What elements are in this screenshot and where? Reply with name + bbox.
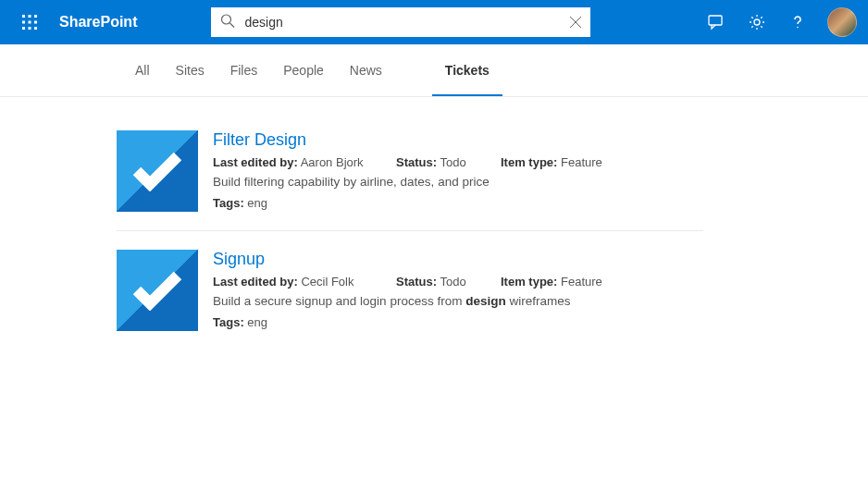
tab-news[interactable]: News: [337, 44, 395, 96]
help-icon: [788, 13, 807, 31]
result-title[interactable]: Signup: [213, 250, 703, 269]
gear-icon: [748, 13, 766, 31]
svg-point-14: [754, 19, 760, 25]
result-tags: Tags: eng: [213, 315, 703, 329]
result-thumbnail: [117, 130, 198, 212]
tab-people[interactable]: People: [270, 44, 337, 96]
result-meta: Last edited by: Cecil Folk Status: Todo …: [213, 275, 703, 289]
chat-icon: [707, 13, 725, 31]
waffle-icon: [22, 15, 37, 30]
svg-rect-8: [34, 27, 37, 30]
svg-rect-0: [22, 15, 25, 18]
search-tabs-bar: All Sites Files People News Tickets: [0, 44, 868, 97]
user-avatar[interactable]: [827, 7, 857, 37]
result-item: Signup Last edited by: Cecil Folk Status…: [117, 230, 703, 350]
svg-rect-2: [34, 15, 37, 18]
clear-search-button[interactable]: [561, 7, 590, 37]
meta-author: Last edited by: Aaron Bjork: [213, 155, 396, 169]
meta-status: Status: Todo: [396, 275, 501, 289]
svg-point-15: [797, 27, 799, 29]
settings-button[interactable]: [738, 0, 775, 44]
svg-rect-13: [709, 16, 722, 25]
chat-button[interactable]: [698, 0, 735, 44]
meta-type: Item type: Feature: [501, 275, 602, 289]
tab-sites[interactable]: Sites: [163, 44, 217, 96]
app-launcher-button[interactable]: [7, 0, 52, 44]
svg-rect-7: [29, 27, 31, 30]
result-description: Build a secure signup and login process …: [213, 294, 703, 308]
svg-rect-4: [29, 21, 31, 24]
help-button[interactable]: [779, 0, 816, 44]
meta-type: Item type: Feature: [501, 155, 602, 169]
result-body: Filter Design Last edited by: Aaron Bjor…: [213, 130, 703, 212]
svg-rect-1: [29, 15, 31, 18]
result-body: Signup Last edited by: Cecil Folk Status…: [213, 250, 703, 331]
meta-author: Last edited by: Cecil Folk: [213, 275, 396, 289]
result-meta: Last edited by: Aaron Bjork Status: Todo…: [213, 155, 703, 169]
search-input[interactable]: [211, 7, 590, 37]
svg-rect-6: [22, 27, 25, 30]
search-results: Filter Design Last edited by: Aaron Bjor…: [0, 97, 703, 350]
search-tabs: All Sites Files People News Tickets: [0, 44, 868, 96]
svg-line-10: [230, 23, 235, 28]
app-header: SharePoint: [0, 0, 868, 44]
search-icon: [220, 14, 235, 31]
result-title[interactable]: Filter Design: [213, 130, 703, 150]
header-actions: [698, 0, 861, 44]
checkmark-icon: [131, 270, 183, 311]
tab-tickets[interactable]: Tickets: [432, 44, 502, 96]
svg-point-9: [222, 15, 231, 24]
tab-files[interactable]: Files: [217, 44, 271, 96]
result-item: Filter Design Last edited by: Aaron Bjor…: [117, 130, 703, 230]
result-thumbnail: [117, 250, 198, 331]
result-tags: Tags: eng: [213, 196, 703, 210]
svg-rect-5: [34, 21, 37, 24]
tab-all[interactable]: All: [122, 44, 163, 96]
checkmark-icon: [131, 151, 183, 191]
close-icon: [569, 16, 582, 29]
result-description: Build filtering capability by airline, d…: [213, 175, 703, 189]
brand-label[interactable]: SharePoint: [59, 14, 137, 31]
meta-status: Status: Todo: [396, 155, 501, 169]
search-box: [211, 7, 590, 37]
svg-rect-3: [22, 21, 25, 24]
